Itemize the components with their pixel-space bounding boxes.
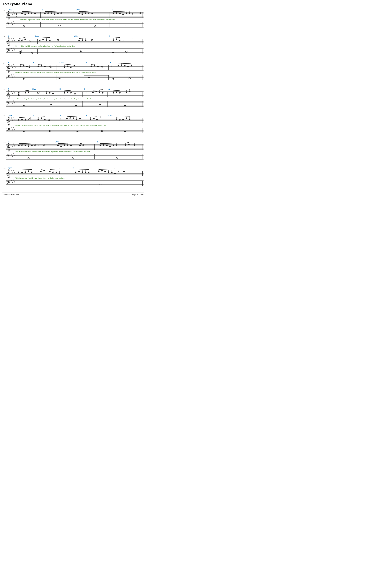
svg-text:#: # xyxy=(12,66,13,69)
svg-text:#: # xyxy=(13,37,14,39)
bass-staff-116: 𝄢 # # # # xyxy=(6,100,144,107)
svg-text:#: # xyxy=(13,143,14,145)
svg-text:#: # xyxy=(11,170,12,172)
staff-svg-121: 121 C#m E B A C#/E 𝄞 # # # # xyxy=(2,113,144,134)
svg-line-243 xyxy=(118,63,131,64)
svg-text:A: A xyxy=(8,88,9,90)
bass-staff-111: 𝄢 # # # # xyxy=(6,73,144,81)
svg-line-62 xyxy=(113,11,130,12)
svg-line-329 xyxy=(113,90,120,91)
svg-text:E: E xyxy=(86,61,87,64)
svg-text:#: # xyxy=(11,117,12,119)
svg-text:𝄢: 𝄢 xyxy=(6,127,10,134)
svg-point-204 xyxy=(49,67,51,68)
lyrics-116: we'll be count-ing stars. Late - ly, I'v… xyxy=(16,98,92,100)
treble-staff-106: 𝄞 # # # # – xyxy=(6,37,144,46)
svg-line-570 xyxy=(41,169,44,169)
svg-text:#: # xyxy=(12,129,13,131)
svg-text:𝄽: 𝄽 xyxy=(111,66,112,67)
bass-staff-126: 𝄢 # # # # xyxy=(6,152,144,160)
svg-line-122 xyxy=(40,37,50,38)
svg-text:𝄽: 𝄽 xyxy=(92,171,93,172)
staff-svg-102: 102 C#/E E C#/E E 𝄞 # # # # 4 4 xyxy=(2,7,144,29)
svg-point-444 xyxy=(23,131,25,132)
svg-text:#: # xyxy=(14,39,15,41)
svg-text:#: # xyxy=(11,100,12,103)
svg-text:#: # xyxy=(13,152,14,155)
svg-text:#: # xyxy=(11,64,12,67)
svg-text:C#m: C#m xyxy=(74,35,78,37)
svg-text:#: # xyxy=(11,38,12,40)
chord-label: C#/E xyxy=(76,9,80,11)
svg-text:A: A xyxy=(7,35,9,37)
svg-text:C#/E: C#/E xyxy=(55,141,59,143)
svg-text:𝄽: 𝄽 xyxy=(110,118,110,120)
svg-text:#: # xyxy=(14,75,15,78)
measure-num: 106 xyxy=(3,36,5,37)
svg-text:#: # xyxy=(13,116,14,119)
svg-text:𝄽: 𝄽 xyxy=(64,13,64,15)
svg-text:C#m: C#m xyxy=(32,88,36,90)
svg-point-206 xyxy=(51,67,52,68)
svg-point-287 xyxy=(18,93,19,95)
staff-svg-116: 116 A C#m E B A 𝄞 # # # # xyxy=(2,87,144,108)
svg-point-84 xyxy=(124,25,126,26)
svg-line-579 xyxy=(50,169,59,169)
svg-line-294 xyxy=(25,90,29,91)
svg-line-200 xyxy=(20,64,29,64)
svg-text:#: # xyxy=(12,23,13,25)
svg-text:#: # xyxy=(13,20,14,23)
svg-text:(ooh): (ooh) xyxy=(100,116,103,118)
svg-text:#: # xyxy=(12,49,13,52)
svg-text:#: # xyxy=(11,47,12,50)
svg-text:#: # xyxy=(14,92,15,94)
treble-staff-116: 𝄞 # # # # xyxy=(6,90,144,99)
footer-right: Page 4/Total 4 xyxy=(132,194,144,196)
staff-svg-111: 111 B A C#m E B 𝄞 # # # # 4 4 xyxy=(2,60,144,82)
svg-text:𝄞: 𝄞 xyxy=(6,11,10,20)
svg-line-494 xyxy=(58,143,71,143)
svg-text:𝄢: 𝄢 xyxy=(6,154,10,160)
svg-text:A: A xyxy=(86,114,87,117)
svg-point-354 xyxy=(99,104,101,105)
chord-label: E xyxy=(112,9,113,11)
svg-text:#: # xyxy=(14,181,15,183)
svg-text:𝄽: 𝄽 xyxy=(95,13,95,15)
svg-text:𝄽: 𝄽 xyxy=(132,13,133,15)
svg-line-220 xyxy=(64,64,74,65)
svg-text:#: # xyxy=(13,100,14,102)
svg-point-445 xyxy=(49,130,51,132)
lyrics-106: Ev - 'ry-thing that kills me makes me fe… xyxy=(16,45,75,47)
bass-staff: 𝄢 # # # # xyxy=(6,20,144,28)
svg-text:B: B xyxy=(8,61,9,64)
svg-text:#: # xyxy=(12,155,13,158)
svg-point-171 xyxy=(112,52,114,53)
svg-text:4: 4 xyxy=(16,15,17,18)
lyrics-126: Sink in the ri-ver the les-sons are lear… xyxy=(16,151,90,153)
svg-text:111: 111 xyxy=(3,62,5,64)
svg-point-264 xyxy=(129,78,131,79)
svg-line-334 xyxy=(126,90,130,90)
svg-text:#: # xyxy=(11,74,12,76)
svg-text:𝄢: 𝄢 xyxy=(6,48,10,54)
svg-line-142 xyxy=(113,37,120,38)
svg-text:B: B xyxy=(110,61,111,64)
svg-text:#: # xyxy=(12,181,13,184)
svg-text:𝄽: 𝄽 xyxy=(74,145,75,146)
svg-text:E: E xyxy=(59,88,61,90)
svg-point-169 xyxy=(80,51,82,52)
svg-text:C#/E: C#/E xyxy=(8,167,12,169)
svg-line-480 xyxy=(19,143,35,143)
svg-text:A: A xyxy=(109,88,110,90)
svg-line-500 xyxy=(80,143,83,143)
svg-point-355 xyxy=(124,105,126,106)
svg-text:𝄽: 𝄽 xyxy=(38,145,39,146)
svg-text:𝄞: 𝄞 xyxy=(6,37,10,46)
svg-text:#: # xyxy=(13,169,14,171)
page-title: Everyone Piano xyxy=(2,2,144,6)
footer-left: EveryonePiano.com xyxy=(2,194,19,196)
svg-point-261 xyxy=(58,78,60,79)
svg-text:#: # xyxy=(14,154,15,157)
svg-text:#: # xyxy=(11,11,12,14)
svg-text:#: # xyxy=(14,171,15,173)
